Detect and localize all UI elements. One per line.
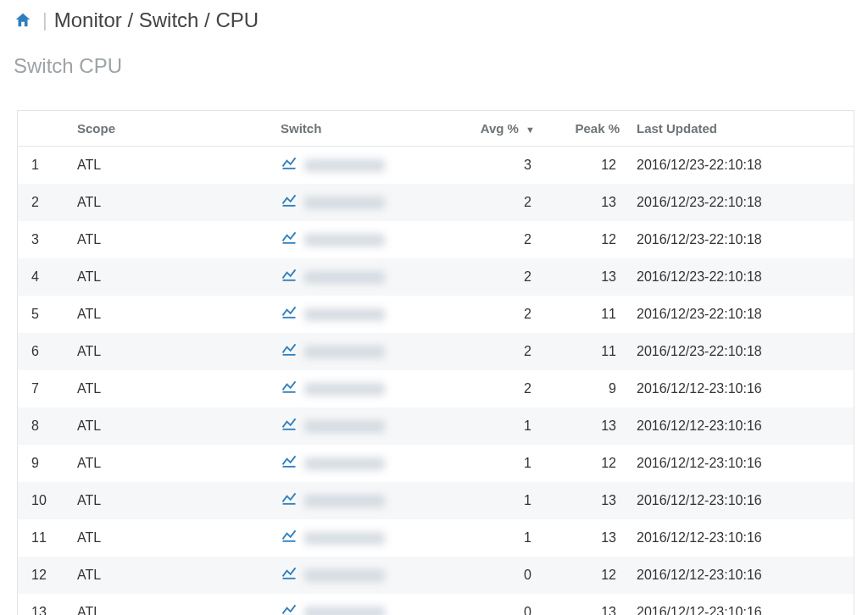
cell-avg: 2 xyxy=(459,258,543,296)
cell-peak: 13 xyxy=(543,519,628,557)
cell-updated: 2016/12/12-23:10:16 xyxy=(628,482,854,519)
cell-switch xyxy=(272,221,459,258)
chart-line-icon[interactable] xyxy=(281,528,298,548)
breadcrumb[interactable]: Monitor / Switch / CPU xyxy=(54,8,259,32)
switch-link-redacted[interactable] xyxy=(304,607,385,616)
chart-line-icon[interactable] xyxy=(281,565,298,585)
cell-scope: ATL xyxy=(69,184,272,221)
cell-switch xyxy=(272,557,459,594)
table-row: 13ATL0132016/12/12-23:10:16 xyxy=(18,594,854,615)
chart-line-icon[interactable] xyxy=(281,267,298,287)
switch-link-redacted[interactable] xyxy=(304,271,385,284)
switch-link-redacted[interactable] xyxy=(304,420,385,433)
cell-peak: 11 xyxy=(543,296,628,333)
cell-avg: 2 xyxy=(459,370,543,407)
table-row: 12ATL0122016/12/12-23:10:16 xyxy=(18,557,854,594)
cell-avg: 2 xyxy=(459,184,543,221)
col-header-scope[interactable]: Scope xyxy=(69,111,272,147)
table-row: 7ATL292016/12/12-23:10:16 xyxy=(18,370,854,407)
switch-link-redacted[interactable] xyxy=(304,159,385,172)
cell-peak: 13 xyxy=(543,594,628,615)
col-header-switch[interactable]: Switch xyxy=(272,111,459,147)
cpu-table: Scope Switch Avg % ▼ Peak % Last Updated… xyxy=(18,111,854,615)
switch-link-redacted[interactable] xyxy=(304,383,385,396)
cell-updated: 2016/12/23-22:10:18 xyxy=(628,258,854,296)
switch-link-redacted[interactable] xyxy=(304,234,385,247)
cell-switch xyxy=(272,370,459,407)
cell-scope: ATL xyxy=(69,445,272,482)
cell-scope: ATL xyxy=(69,557,272,594)
cell-peak: 13 xyxy=(543,482,628,519)
cell-updated: 2016/12/23-22:10:18 xyxy=(628,147,854,185)
table-row: 8ATL1132016/12/12-23:10:16 xyxy=(18,407,854,445)
chart-line-icon[interactable] xyxy=(281,379,298,399)
chart-line-icon[interactable] xyxy=(281,602,298,615)
switch-link-redacted[interactable] xyxy=(304,346,385,358)
cell-peak: 12 xyxy=(543,557,628,594)
row-number: 2 xyxy=(18,184,69,221)
cell-avg: 1 xyxy=(459,519,543,557)
cell-avg: 2 xyxy=(459,296,543,333)
table-header-row: Scope Switch Avg % ▼ Peak % Last Updated xyxy=(18,111,854,147)
row-number: 4 xyxy=(18,258,69,296)
cell-updated: 2016/12/23-22:10:18 xyxy=(628,333,854,370)
switch-link-redacted[interactable] xyxy=(304,308,385,321)
cell-switch xyxy=(272,258,459,296)
table-body: 1ATL3122016/12/23-22:10:182ATL2132016/12… xyxy=(18,147,854,616)
cell-avg: 3 xyxy=(459,147,543,185)
chart-line-icon[interactable] xyxy=(281,416,298,436)
col-header-avg-label: Avg % xyxy=(481,121,519,136)
col-header-row[interactable] xyxy=(18,111,69,147)
chart-line-icon[interactable] xyxy=(281,155,298,175)
chart-line-icon[interactable] xyxy=(281,490,298,511)
cell-scope: ATL xyxy=(69,482,272,519)
col-header-updated[interactable]: Last Updated xyxy=(628,111,854,147)
cell-avg: 1 xyxy=(459,482,543,519)
cell-peak: 13 xyxy=(543,184,628,221)
cell-scope: ATL xyxy=(69,147,272,185)
col-header-avg[interactable]: Avg % ▼ xyxy=(459,111,543,147)
cell-scope: ATL xyxy=(69,221,272,258)
chart-line-icon[interactable] xyxy=(281,341,298,362)
cell-avg: 0 xyxy=(459,557,543,594)
row-number: 5 xyxy=(18,296,69,333)
chart-line-icon[interactable] xyxy=(281,192,298,213)
cell-switch xyxy=(272,147,459,185)
chart-line-icon[interactable] xyxy=(281,453,298,474)
cell-scope: ATL xyxy=(69,594,272,615)
row-number: 13 xyxy=(18,594,69,615)
sort-desc-icon: ▼ xyxy=(526,125,535,135)
chart-line-icon[interactable] xyxy=(281,304,298,324)
cell-updated: 2016/12/12-23:10:16 xyxy=(628,407,854,445)
cell-updated: 2016/12/12-23:10:16 xyxy=(628,445,854,482)
table-row: 4ATL2132016/12/23-22:10:18 xyxy=(18,258,854,296)
cell-scope: ATL xyxy=(69,407,272,445)
cell-peak: 9 xyxy=(543,370,628,407)
cell-scope: ATL xyxy=(69,519,272,557)
cell-switch xyxy=(272,445,459,482)
switch-link-redacted[interactable] xyxy=(304,532,385,545)
switch-link-redacted[interactable] xyxy=(304,495,385,507)
table-row: 10ATL1132016/12/12-23:10:16 xyxy=(18,482,854,519)
cell-switch xyxy=(272,296,459,333)
col-header-peak[interactable]: Peak % xyxy=(543,111,628,147)
cell-switch xyxy=(272,482,459,519)
switch-link-redacted[interactable] xyxy=(304,569,385,582)
cell-switch xyxy=(272,407,459,445)
row-number: 11 xyxy=(18,519,69,557)
row-number: 9 xyxy=(18,445,69,482)
table-row: 11ATL1132016/12/12-23:10:16 xyxy=(18,519,854,557)
home-icon[interactable] xyxy=(14,11,32,30)
page-title: Switch CPU xyxy=(0,39,868,86)
cell-peak: 12 xyxy=(543,147,628,185)
chart-line-icon[interactable] xyxy=(281,230,298,250)
switch-link-redacted[interactable] xyxy=(304,197,385,209)
cell-updated: 2016/12/23-22:10:18 xyxy=(628,296,854,333)
switch-link-redacted[interactable] xyxy=(304,457,385,470)
table-row: 1ATL3122016/12/23-22:10:18 xyxy=(18,147,854,185)
cell-scope: ATL xyxy=(69,370,272,407)
table-row: 5ATL2112016/12/23-22:10:18 xyxy=(18,296,854,333)
cell-switch xyxy=(272,333,459,370)
cell-scope: ATL xyxy=(69,333,272,370)
cell-switch xyxy=(272,594,459,615)
